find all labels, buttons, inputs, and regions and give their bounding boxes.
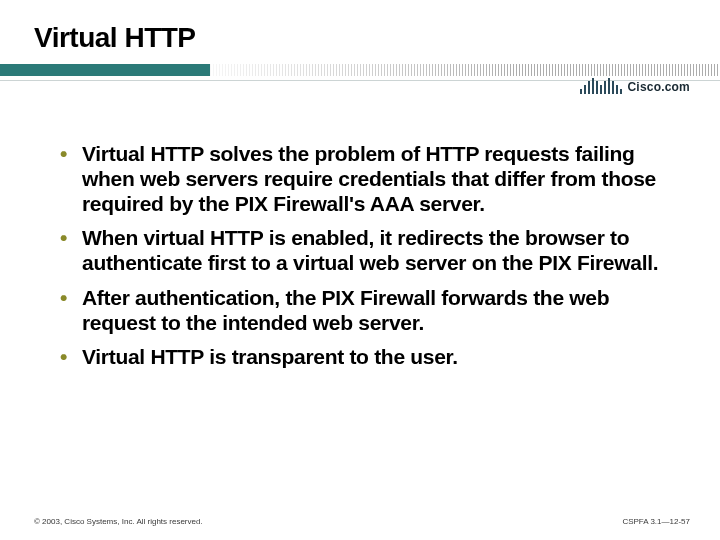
list-item: Virtual HTTP is transparent to the user.: [60, 345, 674, 370]
list-item: When virtual HTTP is enabled, it redirec…: [60, 226, 674, 276]
cisco-bridge-icon: [580, 78, 622, 94]
list-item: After authentication, the PIX Firewall f…: [60, 286, 674, 336]
slide-code: CSPFA 3.1—12-57: [622, 517, 690, 526]
page-title: Virtual HTTP: [34, 22, 720, 54]
cisco-logo-text: Cisco.com: [628, 80, 691, 94]
cisco-logo: Cisco.com: [580, 78, 691, 94]
copyright-text: © 2003, Cisco Systems, Inc. All rights r…: [34, 517, 203, 526]
title-area: Virtual HTTP: [0, 0, 720, 60]
hatch-pattern: [210, 64, 720, 76]
divider-band: Cisco.com: [0, 64, 720, 98]
list-item: Virtual HTTP solves the problem of HTTP …: [60, 142, 674, 216]
content-area: Virtual HTTP solves the problem of HTTP …: [0, 98, 720, 370]
footer: © 2003, Cisco Systems, Inc. All rights r…: [0, 517, 720, 526]
bullet-list: Virtual HTTP solves the problem of HTTP …: [60, 142, 674, 370]
accent-bar: [0, 64, 210, 76]
